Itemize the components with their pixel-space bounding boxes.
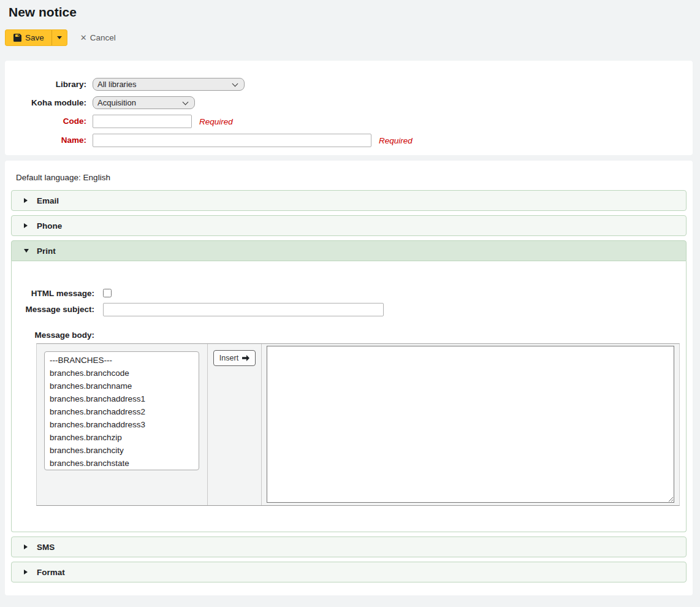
name-input[interactable] (93, 134, 371, 147)
insert-field-option[interactable]: branches.branchaddress1 (45, 392, 199, 405)
insert-field-option[interactable]: branches.branchcode (45, 367, 199, 380)
accordion-print-label: Print (37, 246, 56, 256)
koha-module-label: Koha module: (5, 96, 86, 107)
save-split-button: Save (5, 29, 67, 46)
accordion-header-email[interactable]: Email (11, 190, 687, 211)
caret-right-icon (24, 198, 28, 203)
floppy-disk-icon (13, 34, 21, 42)
caret-down-icon (57, 36, 62, 39)
accordion-format-label: Format (37, 568, 65, 577)
insert-field-option[interactable]: branches.branchaddress3 (45, 418, 199, 431)
caret-right-icon (24, 223, 28, 228)
code-label: Code: (5, 115, 86, 126)
accordion-header-print[interactable]: Print (11, 240, 687, 261)
insert-button-label: Insert (219, 354, 238, 362)
close-icon: ✕ (80, 33, 87, 42)
name-label: Name: (5, 134, 86, 145)
page-title: New notice (9, 4, 700, 20)
message-body-cell (262, 344, 679, 505)
cancel-button[interactable]: ✕ Cancel (80, 33, 116, 42)
insert-button[interactable]: Insert (213, 350, 256, 366)
insert-field-option[interactable]: branches.branchname (45, 380, 199, 392)
toolbar: Save ✕ Cancel (5, 29, 700, 46)
insert-field-option[interactable]: branches.branchaddress2 (45, 405, 199, 418)
library-select[interactable]: All libraries (93, 78, 245, 91)
insert-field-option[interactable]: branches.branchcity (45, 444, 199, 457)
default-language-value: English (83, 173, 110, 182)
accordion-header-sms[interactable]: SMS (11, 536, 687, 557)
html-message-checkbox[interactable] (103, 289, 112, 297)
save-button-label: Save (25, 33, 44, 42)
message-body-editor-table: ---BRANCHES---branches.branchcodebranche… (36, 343, 680, 506)
accordion-email-label: Email (37, 196, 59, 205)
insert-button-cell: Insert (208, 344, 262, 505)
caret-right-icon (24, 544, 28, 549)
insert-field-option[interactable]: branches.branchzip (45, 431, 199, 444)
print-section-panel: HTML message: Message subject: Message b… (11, 261, 687, 532)
cancel-button-label: Cancel (90, 33, 116, 42)
caret-down-icon (24, 249, 29, 253)
caret-right-icon (24, 570, 28, 575)
insert-field-option[interactable]: ---BRANCHES--- (45, 354, 199, 367)
koha-module-select[interactable]: Acquisition (93, 96, 195, 109)
notice-details-card: Library: All libraries Koha module: Acqu… (5, 61, 693, 155)
message-subject-input[interactable] (103, 303, 384, 316)
arrow-right-icon (242, 355, 249, 361)
save-button[interactable]: Save (5, 29, 51, 46)
library-label: Library: (5, 78, 86, 89)
field-list-cell: ---BRANCHES---branches.branchcodebranche… (37, 344, 208, 505)
default-language: Default language: English (16, 173, 687, 183)
message-subject-label: Message subject: (12, 303, 94, 314)
name-required-hint: Required (379, 134, 413, 145)
message-body-textarea[interactable] (267, 346, 674, 503)
notice-content-card: Default language: English Email Phone Pr… (5, 161, 693, 595)
message-body-label: Message body: (12, 329, 94, 340)
default-language-label: Default language: (16, 173, 81, 182)
accordion-sms-label: SMS (37, 543, 55, 552)
code-input[interactable] (93, 115, 192, 128)
code-required-hint: Required (199, 115, 233, 126)
save-dropdown-toggle[interactable] (51, 29, 67, 46)
accordion-phone-label: Phone (37, 221, 62, 231)
insert-fields-listbox[interactable]: ---BRANCHES---branches.branchcodebranche… (44, 351, 199, 470)
insert-field-option[interactable]: branches.branchstate (45, 457, 199, 470)
accordion-header-phone[interactable]: Phone (11, 215, 687, 236)
accordion-header-format[interactable]: Format (11, 562, 687, 582)
html-message-label: HTML message: (12, 288, 94, 298)
